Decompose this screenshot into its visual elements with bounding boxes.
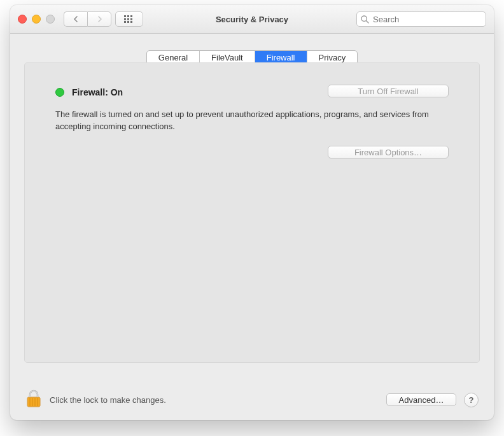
svg-rect-2 [130, 15, 132, 17]
window-controls [18, 15, 55, 24]
help-button[interactable]: ? [464, 393, 479, 407]
firewall-options-button[interactable]: Firewall Options… [328, 146, 449, 158]
svg-rect-11 [27, 397, 40, 407]
search-input[interactable] [372, 14, 482, 25]
svg-line-10 [366, 20, 368, 23]
content-area: Firewall: On The firewall is turned on a… [10, 70, 494, 382]
firewall-status-label: Firewall: On [72, 87, 123, 97]
firewall-description: The firewall is turned on and set up to … [55, 109, 431, 133]
footer: Click the lock to make changes. Advanced… [10, 382, 494, 420]
titlebar: Security & Privacy [10, 5, 494, 34]
turn-off-firewall-button[interactable]: Turn Off Firewall [328, 85, 449, 97]
back-button[interactable] [64, 11, 87, 27]
firewall-panel: Firewall: On The firewall is turned on a… [24, 62, 480, 363]
svg-rect-5 [130, 18, 132, 20]
advanced-button[interactable]: Advanced… [386, 393, 456, 406]
svg-rect-1 [127, 15, 129, 17]
svg-rect-8 [130, 21, 132, 23]
search-field[interactable] [356, 11, 486, 27]
minimize-window-button[interactable] [32, 15, 41, 24]
status-indicator-icon [55, 88, 64, 97]
svg-rect-4 [127, 18, 129, 20]
zoom-window-button[interactable] [46, 15, 55, 24]
svg-rect-0 [124, 15, 126, 17]
preferences-window: Security & Privacy General FileVault Fir… [10, 5, 494, 420]
lock-icon[interactable] [25, 390, 42, 411]
close-window-button[interactable] [18, 15, 27, 24]
forward-button[interactable] [87, 11, 111, 27]
svg-rect-7 [127, 21, 129, 23]
toolbar-nav-group [64, 11, 143, 27]
lock-hint-label: Click the lock to make changes. [50, 395, 166, 405]
search-icon [361, 15, 369, 24]
svg-rect-3 [124, 18, 126, 20]
show-all-button[interactable] [115, 11, 143, 27]
svg-rect-6 [124, 21, 126, 23]
